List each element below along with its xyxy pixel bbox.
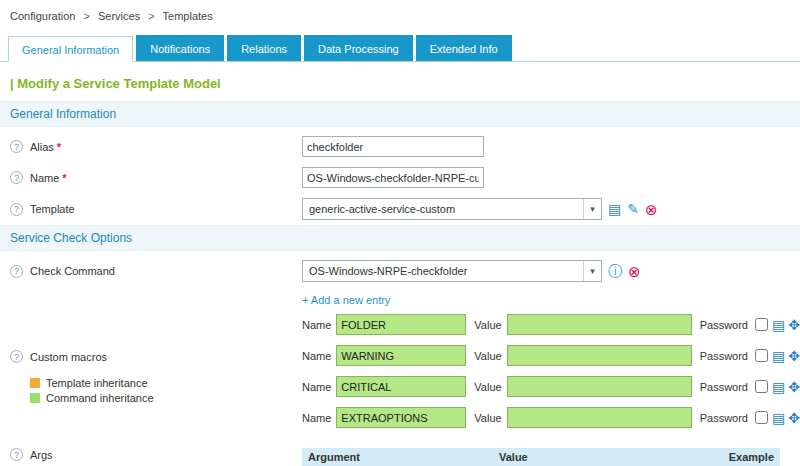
field-row-custom-macros: ? Custom macros Template inheritance Com…: [0, 287, 800, 443]
field-row-check-command: ? Check Command OS-Windows-NRPE-checkfol…: [0, 255, 800, 287]
alias-label: Alias: [30, 141, 54, 153]
tab-data-processing[interactable]: Data Processing: [304, 35, 413, 61]
args-header-argument: Argument: [308, 451, 499, 463]
edit-pencil-icon[interactable]: ✎: [627, 202, 639, 216]
macro-value-input[interactable]: [507, 407, 692, 428]
tab-bar: General Information Notifications Relati…: [0, 30, 800, 62]
check-command-label-col: ? Check Command: [10, 265, 302, 278]
help-icon[interactable]: ?: [10, 203, 23, 216]
name-label: Name: [30, 172, 59, 184]
template-inheritance-label: Template inheritance: [46, 377, 148, 389]
args-header-example: Example: [714, 451, 774, 463]
macro-name-input[interactable]: [336, 407, 466, 428]
name-input-col: [302, 167, 790, 188]
password-checkbox[interactable]: [755, 349, 768, 362]
tab-general-information[interactable]: General Information: [8, 36, 133, 62]
command-inheritance-label: Command inheritance: [46, 392, 154, 404]
args-label-col: ? Args: [10, 448, 302, 461]
tab-extended-info[interactable]: Extended Info: [416, 35, 512, 61]
alias-input[interactable]: [302, 136, 484, 157]
macro-list-icon[interactable]: ▤: [772, 349, 785, 363]
info-icon[interactable]: ⓘ: [608, 264, 622, 278]
macro-value-label: Value: [474, 412, 501, 424]
breadcrumb-link-templates[interactable]: Templates: [163, 10, 213, 22]
name-label-col: ? Name *: [10, 171, 302, 184]
custom-macros-label-col: ? Custom macros Template inheritance Com…: [10, 292, 302, 407]
args-header-value: Value: [499, 451, 714, 463]
section-header-service-check-options: Service Check Options: [0, 225, 800, 251]
help-icon[interactable]: ?: [10, 350, 23, 363]
template-label: Template: [30, 203, 75, 215]
macro-name-label: Name: [302, 319, 331, 331]
inheritance-legend: Template inheritance Command inheritance: [30, 377, 154, 407]
macro-row: Name Value Password ▤ ✥ ⊗: [302, 376, 800, 397]
macro-name-label: Name: [302, 412, 331, 424]
macro-value-label: Value: [474, 350, 501, 362]
chevron-down-icon: ▾: [583, 261, 601, 281]
help-icon[interactable]: ?: [10, 448, 23, 461]
macro-value-input[interactable]: [507, 345, 692, 366]
help-icon[interactable]: ?: [10, 140, 23, 153]
args-table-header: Argument Value Example: [302, 448, 780, 466]
macro-row: Name Value Password ▤ ✥ ⊗: [302, 345, 800, 366]
macro-row: Name Value Password ▤ ✥ ⊗: [302, 407, 800, 428]
required-mark: *: [62, 172, 66, 184]
legend-template-inheritance: Template inheritance: [30, 377, 154, 389]
macro-name-input[interactable]: [336, 376, 466, 397]
macro-name-label: Name: [302, 350, 331, 362]
macro-move-icon[interactable]: ✥: [788, 411, 800, 425]
chevron-down-icon: ▾: [583, 199, 601, 219]
template-input-col: generic-active-service-custom ▾ ▤ ✎ ⊗: [302, 198, 790, 220]
help-icon[interactable]: ?: [10, 171, 23, 184]
breadcrumb-separator: >: [148, 10, 154, 22]
custom-macros-label: Custom macros: [30, 351, 107, 363]
macro-password-label: Password: [700, 350, 748, 362]
help-icon[interactable]: ?: [10, 265, 23, 278]
tab-relations[interactable]: Relations: [227, 35, 301, 61]
password-checkbox[interactable]: [755, 318, 768, 331]
macro-name-input[interactable]: [336, 345, 466, 366]
macro-move-icon[interactable]: ✥: [788, 380, 800, 394]
field-row-alias: ? Alias *: [0, 131, 800, 162]
macro-value-input[interactable]: [507, 314, 692, 335]
macro-value-input[interactable]: [507, 376, 692, 397]
macro-move-icon[interactable]: ✥: [788, 318, 800, 332]
password-checkbox[interactable]: [755, 380, 768, 393]
check-command-select-value: OS-Windows-NRPE-checkfolder: [303, 265, 583, 277]
macro-list-icon[interactable]: ▤: [772, 411, 785, 425]
check-command-label: Check Command: [30, 265, 115, 277]
macro-list-icon[interactable]: ▤: [772, 380, 785, 394]
template-inheritance-swatch: [30, 378, 40, 388]
macro-value-label: Value: [474, 319, 501, 331]
add-new-entry-link[interactable]: + Add a new entry: [302, 294, 390, 306]
field-row-args: ? Args Argument Value Example No argumen…: [0, 443, 800, 466]
macro-value-label: Value: [474, 381, 501, 393]
macro-password-label: Password: [700, 412, 748, 424]
breadcrumb-link-configuration[interactable]: Configuration: [10, 10, 75, 22]
required-mark: *: [57, 141, 61, 153]
macro-list-icon[interactable]: ▤: [772, 318, 785, 332]
check-command-select[interactable]: OS-Windows-NRPE-checkfolder ▾: [302, 260, 602, 282]
page: Configuration > Services > Templates Gen…: [0, 0, 800, 466]
legend-command-inheritance: Command inheritance: [30, 392, 154, 404]
breadcrumb: Configuration > Services > Templates: [0, 0, 800, 30]
command-inheritance-swatch: [30, 393, 40, 403]
page-title: | Modify a Service Template Model: [10, 76, 800, 91]
breadcrumb-link-services[interactable]: Services: [98, 10, 140, 22]
alias-label-col: ? Alias *: [10, 140, 302, 153]
tab-notifications[interactable]: Notifications: [136, 35, 224, 61]
password-checkbox[interactable]: [755, 411, 768, 424]
template-list-icon[interactable]: ▤: [608, 202, 621, 216]
template-select-value: generic-active-service-custom: [303, 203, 583, 215]
delete-icon[interactable]: ⊗: [628, 264, 641, 279]
delete-icon[interactable]: ⊗: [645, 202, 658, 217]
template-select[interactable]: generic-active-service-custom ▾: [302, 198, 602, 220]
alias-input-col: [302, 136, 790, 157]
macro-password-label: Password: [700, 381, 748, 393]
breadcrumb-separator: >: [84, 10, 90, 22]
name-input[interactable]: [302, 167, 484, 188]
field-row-name: ? Name *: [0, 162, 800, 193]
macro-name-input[interactable]: [336, 314, 466, 335]
macro-move-icon[interactable]: ✥: [788, 349, 800, 363]
macro-password-label: Password: [700, 319, 748, 331]
